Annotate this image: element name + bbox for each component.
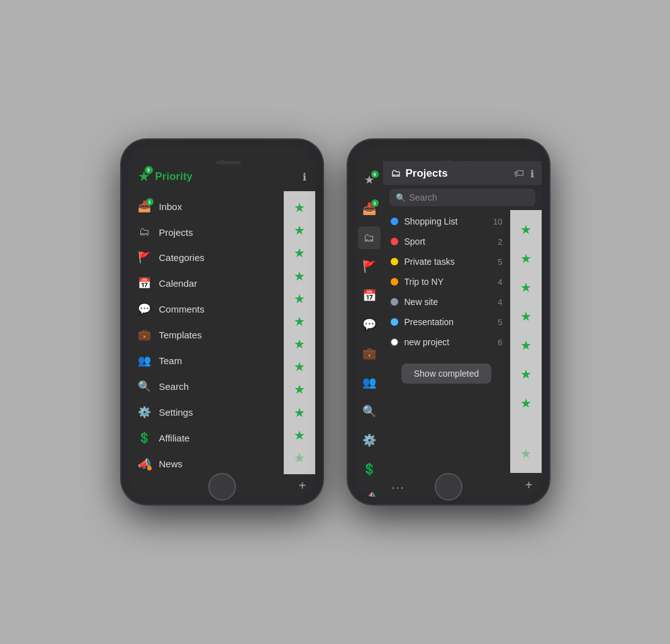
mini-sidebar: ★ 9 📥 3 🗂 🚩 📅 [355, 161, 383, 497]
mini-categories[interactable]: 🚩 [358, 255, 381, 278]
search-bar-icon: 🔍 [396, 193, 406, 203]
star-icon-7: ★ [294, 336, 305, 352]
project-item-presentation[interactable]: Presentation 5 [383, 312, 510, 332]
project-item-sport[interactable]: Sport 2 [383, 231, 510, 252]
inbox-label: Inbox [159, 201, 275, 212]
star-row-4[interactable]: ★ [284, 265, 315, 287]
star-row-2[interactable]: ★ [284, 219, 315, 242]
menu-item-comments[interactable]: 💬 Comments [129, 296, 284, 322]
mini-inbox[interactable]: 📥 3 [358, 197, 381, 220]
star-row-faded[interactable]: ★ [284, 447, 315, 469]
project-dot-sport [391, 238, 398, 245]
team-icon: 👥 [138, 354, 152, 367]
mini-news[interactable]: 📣 [358, 487, 381, 497]
mini-news-icon: 📣 [362, 491, 376, 497]
mini-calendar[interactable]: 📅 [358, 284, 381, 307]
menu-item-categories[interactable]: 🚩 Categories [129, 245, 284, 270]
project-item-newproject[interactable]: new project 6 [383, 332, 510, 352]
rstar-row-4[interactable]: ★ [510, 302, 542, 331]
star-row-5[interactable]: ★ [284, 287, 315, 310]
settings-icon: ⚙️ [138, 406, 152, 419]
star-row-1[interactable]: ★ [284, 196, 315, 219]
star-icon-6: ★ [294, 314, 305, 329]
rstar-row-faded[interactable]: ★ [510, 439, 542, 468]
mini-priority[interactable]: ★ 9 [358, 169, 381, 191]
mini-team[interactable]: 👥 [358, 371, 381, 394]
add-button-left[interactable]: + [299, 479, 306, 493]
mini-affiliate[interactable]: 💲 [358, 458, 381, 480]
search-placeholder: Search [410, 192, 437, 203]
rstar-row-2[interactable]: ★ [510, 244, 542, 273]
project-name-trip: Trip to NY [405, 277, 492, 287]
news-badge-dot [147, 466, 152, 470]
star-row-10[interactable]: ★ [284, 401, 315, 424]
calendar-label: Calendar [159, 278, 275, 289]
projects-list-area: Shopping List 10 Sport 2 Private tas [383, 210, 542, 473]
star-row-6[interactable]: ★ [284, 310, 315, 333]
rstar-row-3[interactable]: ★ [510, 273, 542, 302]
info-button[interactable]: ℹ [303, 171, 306, 183]
rstar-icon-5: ★ [520, 338, 532, 353]
rstar-row-7[interactable]: ★ [510, 389, 542, 418]
menu-item-inbox[interactable]: 📥 3 Inbox [129, 194, 284, 219]
mini-projects[interactable]: 🗂 [358, 226, 381, 249]
rstar-row-5[interactable]: ★ [510, 331, 542, 360]
star-icon-9: ★ [294, 382, 305, 397]
home-button-left[interactable] [208, 473, 236, 501]
projects-header: 🗂 Projects 🏷 ℹ [383, 161, 542, 185]
project-name-newproject: new project [405, 337, 492, 347]
project-item-private[interactable]: Private tasks 5 [383, 252, 510, 272]
tag-icon[interactable]: 🏷 [514, 168, 524, 179]
menu-item-calendar[interactable]: 📅 Calendar [129, 270, 284, 296]
mini-affiliate-icon: 💲 [362, 462, 376, 476]
menu-item-affiliate[interactable]: 💲 Affiliate [129, 425, 284, 451]
mini-settings[interactable]: ⚙️ [358, 429, 381, 452]
project-count-sport: 2 [498, 237, 502, 247]
rstar-icon-7: ★ [520, 396, 532, 411]
star-row-8[interactable]: ★ [284, 355, 315, 378]
projects-title-row: 🗂 Projects [391, 167, 448, 180]
home-button-right[interactable] [435, 473, 462, 501]
menu-panel: ★ 9 Priority ℹ 📥 3 [129, 161, 315, 497]
project-name-private: Private tasks [405, 257, 492, 267]
mini-search[interactable]: 🔍 [358, 400, 381, 423]
search-icon: 🔍 [138, 380, 152, 393]
add-button-right[interactable]: + [525, 478, 533, 492]
menu-item-settings[interactable]: ⚙️ Settings [129, 399, 284, 425]
menu-item-search[interactable]: 🔍 Search [129, 374, 284, 399]
calendar-icon: 📅 [138, 277, 152, 290]
star-icon-1: ★ [294, 200, 305, 215]
star-icon-11: ★ [294, 428, 305, 443]
star-row-3[interactable]: ★ [284, 242, 315, 264]
dots-button[interactable]: ... [392, 479, 405, 492]
mini-comments[interactable]: 💬 [358, 313, 381, 336]
star-row-9[interactable]: ★ [284, 378, 315, 401]
project-item-trip[interactable]: Trip to NY 4 [383, 272, 510, 292]
star-icon-2: ★ [294, 223, 305, 238]
star-row-7[interactable]: ★ [284, 333, 315, 355]
rstar-row-1[interactable]: ★ [510, 215, 542, 244]
rstar-row-6[interactable]: ★ [510, 360, 542, 389]
project-item-shopping[interactable]: Shopping List 10 [383, 211, 510, 231]
show-completed-button[interactable]: Show completed [401, 364, 492, 384]
status-bar-left [129, 147, 315, 161]
search-bar[interactable]: 🔍 Search [389, 189, 535, 206]
inbox-icon: 📥 3 [138, 200, 152, 213]
project-name-shopping: Shopping List [405, 216, 488, 226]
project-item-newsite[interactable]: New site 4 [383, 292, 510, 312]
projects-label: Projects [159, 227, 275, 238]
menu-item-news[interactable]: 📣 News [129, 451, 284, 474]
info-btn-right[interactable]: ℹ [530, 168, 534, 180]
star-icon-8: ★ [294, 359, 305, 374]
mini-templates[interactable]: 💼 [358, 342, 381, 365]
menu-item-projects[interactable]: 🗂 Projects [129, 219, 284, 245]
mini-calendar-icon: 📅 [362, 289, 376, 303]
star-icon-faded: ★ [294, 450, 305, 465]
mini-projects-icon: 🗂 [364, 231, 375, 245]
inbox-badge: 3 [146, 198, 154, 206]
star-row-11[interactable]: ★ [284, 424, 315, 447]
mini-categories-icon: 🚩 [362, 260, 376, 274]
menu-item-templates[interactable]: 💼 Templates [129, 322, 284, 348]
menu-item-team[interactable]: 👥 Team [129, 348, 284, 374]
priority-star-container: ★ 9 [138, 169, 150, 185]
